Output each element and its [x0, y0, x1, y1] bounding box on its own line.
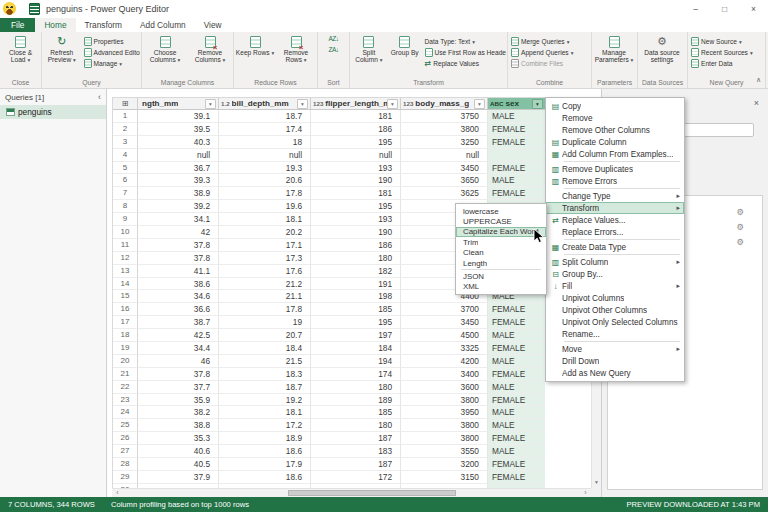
- cell[interactable]: 3750: [401, 110, 488, 123]
- cell[interactable]: FEMALE: [488, 432, 545, 445]
- row-number[interactable]: 15: [113, 290, 138, 303]
- use-first-row-as-headers-button[interactable]: Use First Row as Headers ▾: [423, 47, 506, 58]
- gear-icon[interactable]: ⚙: [736, 207, 744, 217]
- cell[interactable]: 3950: [401, 406, 488, 419]
- collapse-pane-icon[interactable]: ‹: [98, 90, 101, 104]
- cell[interactable]: 185: [311, 406, 401, 419]
- menu-item-rename[interactable]: Rename...: [546, 328, 684, 340]
- data-type-button[interactable]: Data Type: Text ▾: [423, 36, 506, 47]
- menu-item-create-data-type[interactable]: ▦Create Data Type: [546, 241, 684, 253]
- cell[interactable]: 3325: [401, 342, 488, 355]
- scroll-down-icon[interactable]: ▼: [592, 477, 601, 487]
- collapse-ribbon-icon[interactable]: ∧: [756, 76, 761, 84]
- recent-sources-button[interactable]: Recent Sources ▾: [689, 47, 755, 58]
- cell[interactable]: MALE: [488, 174, 545, 187]
- row-number[interactable]: 13: [113, 265, 138, 278]
- gear-icon[interactable]: ⚙: [736, 237, 744, 247]
- menu-item-xml[interactable]: XML: [456, 282, 546, 292]
- cell[interactable]: 40.6: [138, 445, 219, 458]
- cell[interactable]: 34.1: [138, 213, 219, 226]
- cell[interactable]: 37.8: [138, 239, 219, 252]
- row-number[interactable]: 12: [113, 252, 138, 265]
- cell[interactable]: 38.7: [138, 316, 219, 329]
- cell[interactable]: null: [138, 149, 219, 162]
- cell[interactable]: FEMALE: [488, 316, 545, 329]
- horizontal-scrollbar-thumb[interactable]: [288, 490, 456, 496]
- cell[interactable]: null: [219, 149, 311, 162]
- cell[interactable]: 186: [311, 123, 401, 136]
- menu-item-copy[interactable]: ▤Copy: [546, 100, 684, 112]
- row-number[interactable]: 28: [113, 458, 138, 471]
- cell[interactable]: FEMALE: [488, 394, 545, 407]
- cell[interactable]: 38.9: [138, 187, 219, 200]
- column-header-bill-depth-mm[interactable]: 1.2bill_depth_mm▾: [219, 98, 311, 109]
- menu-item-fill[interactable]: ↓Fill▸: [546, 280, 684, 292]
- choose-columns-button[interactable]: Choose Columns ▾: [143, 34, 187, 78]
- cell[interactable]: 34.4: [138, 342, 219, 355]
- cell[interactable]: 42.5: [138, 329, 219, 342]
- tab-transform[interactable]: Transform: [76, 18, 132, 32]
- merge-queries-button[interactable]: Merge Queries ▾: [509, 36, 575, 47]
- row-number[interactable]: 16: [113, 303, 138, 316]
- cell[interactable]: 184: [311, 342, 401, 355]
- row-number[interactable]: 20: [113, 355, 138, 368]
- cell[interactable]: 19.3: [219, 162, 311, 175]
- menu-item-move[interactable]: Move▸: [546, 343, 684, 355]
- cell[interactable]: 189: [311, 394, 401, 407]
- cell[interactable]: MALE: [488, 110, 545, 123]
- cell[interactable]: 17.8: [219, 187, 311, 200]
- cell[interactable]: 38.8: [138, 419, 219, 432]
- cell[interactable]: 21.5: [219, 355, 311, 368]
- properties-button[interactable]: Properties: [82, 36, 141, 47]
- cell[interactable]: MALE: [488, 406, 545, 419]
- filter-icon[interactable]: ▾: [297, 99, 308, 109]
- row-number[interactable]: 4: [113, 149, 138, 162]
- cell[interactable]: 181: [311, 187, 401, 200]
- row-number[interactable]: 27: [113, 445, 138, 458]
- cell[interactable]: 19.2: [219, 394, 311, 407]
- select-all-corner[interactable]: ⊞: [113, 98, 138, 109]
- cell[interactable]: 36.7: [138, 162, 219, 175]
- row-number[interactable]: 24: [113, 406, 138, 419]
- cell[interactable]: 17.3: [219, 252, 311, 265]
- cell[interactable]: 21.1: [219, 290, 311, 303]
- menu-item-change-type[interactable]: Change Type▸: [546, 190, 684, 202]
- cell[interactable]: MALE: [488, 419, 545, 432]
- cell[interactable]: 37.7: [138, 381, 219, 394]
- status-profiling-info[interactable]: Column profiling based on top 1000 rows: [111, 500, 249, 509]
- cell[interactable]: 181: [311, 110, 401, 123]
- tab-file[interactable]: File: [0, 18, 35, 32]
- row-number[interactable]: 2: [113, 123, 138, 136]
- cell[interactable]: 37.8: [138, 368, 219, 381]
- scroll-right-icon[interactable]: ›: [581, 489, 590, 497]
- cell[interactable]: 180: [311, 419, 401, 432]
- cell[interactable]: 18.7: [219, 110, 311, 123]
- cell[interactable]: 39.5: [138, 123, 219, 136]
- row-number[interactable]: 10: [113, 226, 138, 239]
- cell[interactable]: 18.1: [219, 406, 311, 419]
- cell[interactable]: 195: [311, 316, 401, 329]
- cell[interactable]: 18.3: [219, 368, 311, 381]
- menu-item-json[interactable]: JSON: [456, 271, 546, 281]
- query-list-item-penguins[interactable]: penguins: [0, 105, 106, 119]
- tab-home[interactable]: Home: [35, 18, 75, 32]
- cell[interactable]: 4200: [401, 355, 488, 368]
- cell[interactable]: 38.2: [138, 406, 219, 419]
- menu-item-remove[interactable]: Remove: [546, 112, 684, 124]
- cell[interactable]: 17.6: [219, 265, 311, 278]
- menu-item-transform[interactable]: Transform▸: [546, 202, 684, 214]
- menu-item-replace-values[interactable]: ⇄Replace Values...: [546, 214, 684, 226]
- menu-item-unpivot-other-columns[interactable]: Unpivot Other Columns: [546, 304, 684, 316]
- cell[interactable]: 18.9: [219, 432, 311, 445]
- group-by-button[interactable]: Group By: [388, 34, 422, 78]
- cell[interactable]: 18.7: [219, 381, 311, 394]
- menu-item-replace-errors[interactable]: Replace Errors...: [546, 226, 684, 238]
- menu-item-unpivot-columns[interactable]: Unpivot Columns: [546, 292, 684, 304]
- advanced-editor-button[interactable]: Advanced Editor: [82, 47, 141, 58]
- row-number[interactable]: 5: [113, 162, 138, 175]
- cell[interactable]: 193: [311, 213, 401, 226]
- cell[interactable]: 3450: [401, 316, 488, 329]
- column-header-flipper-length-mm[interactable]: 123flipper_length_mm▾: [311, 98, 401, 109]
- cell[interactable]: 187: [311, 458, 401, 471]
- combine-files-button[interactable]: Combine Files: [509, 58, 575, 69]
